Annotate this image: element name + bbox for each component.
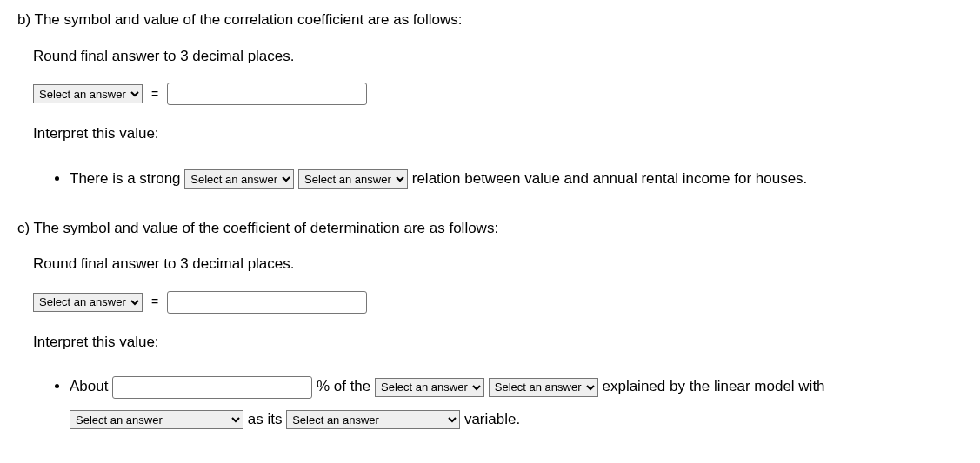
part-c-percent-input[interactable] bbox=[112, 376, 312, 399]
part-b: b) The symbol and value of the correlati… bbox=[17, 9, 963, 195]
part-b-round-note: Round final answer to 3 decimal places. bbox=[33, 45, 963, 68]
part-b-interpret-label: Interpret this value: bbox=[33, 122, 963, 145]
part-c: c) The symbol and value of the coefficie… bbox=[17, 217, 963, 435]
part-c-input-row: Select an answer = bbox=[33, 291, 963, 314]
variable-label: variable. bbox=[464, 411, 520, 427]
equals-sign: = bbox=[151, 293, 158, 311]
bullet-text-mid: relation between value and annual rental… bbox=[412, 170, 808, 187]
part-c-variation-select[interactable]: Select an answer bbox=[375, 378, 484, 397]
pct-of-label: % of the bbox=[317, 378, 375, 394]
part-b-symbol-select[interactable]: Select an answer bbox=[33, 84, 143, 103]
part-c-vartype-select[interactable]: Select an answer bbox=[286, 410, 460, 429]
part-c-bullet-list: About % of the Select an answer Select a… bbox=[70, 370, 963, 435]
bullet-text-pre: There is a strong bbox=[70, 170, 184, 187]
explained-label: explained by the linear model with bbox=[602, 378, 824, 394]
part-c-title: c) The symbol and value of the coefficie… bbox=[17, 217, 963, 240]
part-b-bullet: There is a strong Select an answer Selec… bbox=[70, 162, 963, 195]
part-c-value-input[interactable] bbox=[167, 291, 367, 314]
equals-sign: = bbox=[151, 85, 158, 103]
part-c-response-select[interactable]: Select an answer bbox=[489, 378, 598, 397]
part-b-bullet-list: There is a strong Select an answer Selec… bbox=[70, 162, 963, 195]
part-c-interpret-label: Interpret this value: bbox=[33, 331, 963, 354]
part-b-title: b) The symbol and value of the correlati… bbox=[17, 9, 963, 31]
as-its-label: as its bbox=[248, 411, 286, 427]
part-c-predictor-select[interactable]: Select an answer bbox=[70, 410, 243, 429]
part-b-input-row: Select an answer = bbox=[33, 83, 963, 105]
about-label: About bbox=[70, 378, 112, 394]
part-b-type-select[interactable]: Select an answer bbox=[298, 169, 408, 189]
part-c-symbol-select[interactable]: Select an answer bbox=[33, 293, 143, 312]
part-b-value-input[interactable] bbox=[167, 83, 367, 105]
part-b-direction-select[interactable]: Select an answer bbox=[184, 169, 294, 189]
part-c-round-note: Round final answer to 3 decimal places. bbox=[33, 253, 963, 275]
part-c-bullet: About % of the Select an answer Select a… bbox=[70, 370, 963, 435]
